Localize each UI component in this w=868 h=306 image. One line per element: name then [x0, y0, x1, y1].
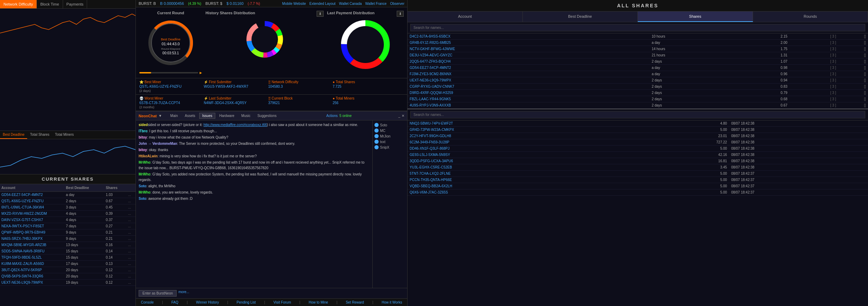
chat-tab-main[interactable]: Main	[167, 113, 181, 119]
bottom-nav-set-reward[interactable]: Set Reward	[346, 300, 364, 304]
table-row[interactable]: MXQM-SB9E-MYGR-ARZ3B 13 days 0.16 ...	[0, 242, 135, 248]
account-cell: VQBD-SBEQ-BB2A-6X2LH	[408, 183, 654, 189]
user-avatar-icon	[374, 145, 379, 149]
nav-observer[interactable]: Observer	[390, 2, 404, 6]
chat-tab-hardware[interactable]: Hardware	[216, 113, 237, 119]
bottom-nav-how-to-mine[interactable]: How to Mine	[309, 300, 328, 304]
list-item[interactable]: NNQ2-5BWU-74PV-EWF2T 4.80 08/07 18:42:38	[408, 120, 868, 127]
chat-enter-btn[interactable]: Enter as BurstNeon	[139, 290, 177, 297]
account-cell: Q6X6-V6M-J7AC-3Z65S	[408, 189, 654, 196]
right-tab-best-deadline[interactable]: Best Deadline	[523, 11, 638, 22]
value-cell: 0.79	[736, 90, 789, 96]
worst-miner-value: 6S7B-CTJ9-7UZA-CCPT4	[139, 101, 202, 105]
sub-tab-best-deadline[interactable]: Best Deadline	[0, 131, 27, 139]
list-item[interactable]: D4C2-8J7A-6HSS-6SBCX 10 hours 2.15 [ 3 ]…	[408, 33, 868, 40]
account-cell: GR4B-6YJZ-R82G-6MB25	[408, 40, 650, 46]
sub-tab-total-miners[interactable]: Total Miners	[52, 131, 77, 139]
bottom-nav-winner-history[interactable]: Winner History	[196, 300, 219, 304]
shares-cell: 0.21	[104, 236, 127, 242]
list-item[interactable]: GD54-EEZ7-54CP-4MNT2 a day 0.98 [ 3 ] []	[408, 65, 868, 71]
list-item[interactable]: GR4B-6YJZ-R82G-6MB25 a day 2.00 [ 3 ] []	[408, 40, 868, 46]
chat-tab-issues[interactable]: Issues	[199, 113, 216, 119]
table-row[interactable]: 38UT-Q82X-N7FV-5KR6P 20 days 0.12 ...	[0, 267, 135, 273]
right-tab-rounds[interactable]: Rounds	[753, 11, 868, 22]
bottom-nav-console[interactable]: Console	[141, 300, 154, 304]
bottom-nav-faq[interactable]: FAQ	[171, 300, 178, 304]
table-row[interactable]: SDD5-SWNA-NAV8-3R8FU 15 days 0.14 ...	[0, 248, 135, 254]
chat-message: bitoy: okay. thanks	[139, 147, 370, 153]
list-item[interactable]: DE3U-VZ94-AEVC-GNYZC 21 hours 1.31 [ 3 ]…	[408, 52, 868, 58]
bracket-cell: [ 3 ]	[790, 102, 838, 109]
list-item[interactable]: GR4D-72PW-W23A-CMKPX 5.00 08/07 18:42:38	[408, 127, 868, 133]
chat-tab-music[interactable]: Music	[238, 113, 254, 119]
payment-download-btn[interactable]: ⬇	[397, 11, 404, 17]
list-item[interactable]: CGRP-RYXG-UADV-CNNK7 2 days 0.83 [ 3 ] […	[408, 84, 868, 90]
table-row[interactable]: 6NTL-U9WL-CTUA-36KW4 3 days 0.45 ...	[0, 204, 135, 211]
list-item[interactable]: FBZL-LAAC-YR44-9GNK5 2 days 0.68 [ 3 ] […	[408, 96, 868, 102]
list-item[interactable]: GE93-L5LJ-5XMA-5N9SY 42.16 08/07 18:42:3…	[408, 152, 868, 158]
table-row[interactable]: QV6B-5KP9-SW74-33QR6 20 days 0.12 ...	[0, 273, 135, 280]
list-item[interactable]: 2C2Y-HFVT-99GH-GDLH8 23.01 08/07 18:42:3…	[408, 133, 868, 139]
right-tab-account[interactable]: Account	[408, 11, 523, 22]
list-item[interactable]: PCCN-TH35-QNTA-HP66E 5.00 08/07 18:42:37	[408, 177, 868, 183]
tab-network-difficulty[interactable]: Network Difficulty	[0, 0, 37, 8]
bottom-nav-pending-list[interactable]: Pending List	[237, 300, 256, 304]
chat-more-link[interactable]: more...	[178, 290, 189, 297]
bracket-cell: [ 3 ]	[790, 65, 838, 71]
right-search-input-2[interactable]	[410, 111, 865, 118]
list-item[interactable]: DD46-XN1F-Q3LF-868PJ 5.00 08/07 18:42:38	[408, 146, 868, 152]
list-item[interactable]: D9RD-4XRF-QQQW-H3259 2 days 0.79 [ 3 ] […	[408, 90, 868, 96]
tab-payments[interactable]: Payments	[63, 0, 87, 8]
chat-link[interactable]: http://www.mediaffire.com/ricoratxoxz.t6…	[203, 123, 267, 127]
chat-username-label: txxt	[380, 140, 386, 144]
table-row[interactable]: NA6S-SRZX-7HBJ-36KPX 9 days 0.21 ...	[0, 236, 135, 242]
chat-minimize-btn[interactable]: _	[398, 114, 400, 118]
nav-wallet-france[interactable]: Wallet France	[365, 2, 387, 6]
table-row[interactable]: NEKA-9WTX-PSCY-F8SET 7 days 0.27 ...	[0, 223, 135, 229]
table-row[interactable]: QPWF-WBPQ-9R79-EBH49 9 days 0.21 ...	[0, 229, 135, 236]
time-cell: 08/07 18:42:37	[729, 171, 868, 177]
nav-extended[interactable]: Extended Layout	[309, 2, 335, 6]
account-cell: QV6B-5KP9-SW74-33QR6	[0, 273, 64, 280]
list-item[interactable]: 6C2M-3449-FN59-3U28P 727.22 08/07 18:42:…	[408, 139, 868, 146]
chat-actions-btn[interactable]: Actions	[326, 114, 338, 118]
chat-tab-suggestions[interactable]: Suggestions	[254, 113, 280, 119]
list-item[interactable]: Q6X6-V6M-J7AC-3Z65S 5.00 08/07 18:42:37	[408, 189, 868, 196]
nav-mobile[interactable]: Mobile Website	[282, 2, 306, 6]
chat-dropdown-icon[interactable]: ▼	[158, 114, 162, 118]
list-item[interactable]: NCTV-GKHF-BFWG-4JWWE 14 hours 1.75 [ 3 ]…	[408, 46, 868, 52]
chat-tab-assets[interactable]: Assets	[182, 113, 199, 119]
dots-cell: ...	[127, 242, 135, 248]
right-tab-shares[interactable]: Shares	[638, 11, 753, 22]
list-item[interactable]: 5TNT-7CHA-LXQ2-2FLNE 5.00 08/07 18:42:37	[408, 171, 868, 177]
bottom-nav-separator: |	[227, 300, 228, 304]
chat-user: Soto	[374, 122, 405, 128]
bracket-cell: [ 3 ]	[790, 46, 838, 52]
list-item[interactable]: 2QQ5-6477-ZFK5-BQCH4 2 days 1.07 [ 3 ] […	[408, 58, 868, 65]
list-item[interactable]: VQBD-SBEQ-BB2A-6X2LH 5.00 08/07 18:42:37	[408, 183, 868, 189]
list-item[interactable]: 4U9S-RYPJ-V3N9-AXXXB 2 days 0.67 [ 3 ] […	[408, 102, 868, 109]
chat-close-btn[interactable]: ✕	[402, 114, 404, 118]
tab-block-time[interactable]: Block Time	[37, 0, 63, 8]
right-search-input-1[interactable]	[410, 24, 865, 31]
nav-wallet-canada[interactable]: Wallet Canada	[339, 2, 362, 6]
table-row[interactable]: UEXT-NE36-L9Q9-79WPX 19 days 0.12 ...	[0, 280, 135, 286]
table-row[interactable]: QSTL-K66G-UZYE-FNZFU 2 days 0.67 ...	[0, 198, 135, 204]
table-row[interactable]: TFQH-59FD-9BDE-5L5ZL 15 days 0.14 ...	[0, 254, 135, 261]
history-download-btn[interactable]: ⬇	[317, 11, 324, 17]
list-item[interactable]: YU3L-EGHX-C5RE-C52EB 3.45 08/07 18:42:38	[408, 164, 868, 171]
sub-tab-total-shares[interactable]: Total Shares	[27, 131, 52, 139]
table-row[interactable]: KU8M-MAXE-ZALR-A566D 17 days 0.13 ...	[0, 261, 135, 267]
shares-cell: 0.12	[104, 273, 127, 280]
bottom-nav-visit-forum[interactable]: Visit Forum	[273, 300, 291, 304]
list-item[interactable]: UEXT-NE36-L9Q9-79WPX 2 days 0.94 [ 3 ] […	[408, 77, 868, 84]
bottom-nav: Console|FAQ|Winner History|Pending List|…	[136, 298, 407, 306]
list-item[interactable]: FJ3M-ZYE3-9CM2-B6NNX a day 0.96 [ 3 ] []	[408, 71, 868, 77]
table-row[interactable]: MXZD-RXVM-HWZZ-2MJDM 4 days 0.39 ...	[0, 211, 135, 217]
table-row[interactable]: GD54-EEZ7-54CP-4MNT2 a day 1.03 ...	[0, 192, 135, 198]
list-item[interactable]: 3QDD-PSFG-UCXA-3APU6 16.81 08/07 18:42:3…	[408, 158, 868, 164]
dots-cell: ...	[127, 229, 135, 236]
bottom-nav-how-it-works[interactable]: How it Works	[382, 300, 402, 304]
table-row[interactable]: DA9V-VZSX-G75T-CSHX7 4 days 0.37 ...	[0, 217, 135, 223]
chat-username-label: Soto	[380, 123, 387, 127]
